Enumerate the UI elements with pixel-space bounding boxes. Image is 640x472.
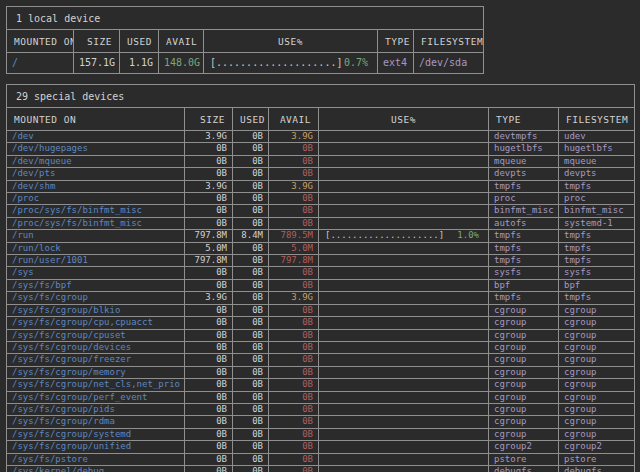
used-cell: 0B <box>233 131 269 143</box>
type-cell: cgroup <box>489 317 559 329</box>
mounted-on-cell: /dev/shm <box>7 180 185 192</box>
mounted-on-cell: /dev/hugepages <box>7 143 185 155</box>
size-cell: 0B <box>185 217 233 229</box>
mounted-on-cell: /sys/fs/cgroup/rdma <box>7 416 185 428</box>
type-cell: cgroup <box>489 304 559 316</box>
mounted-on-cell: /proc/sys/fs/binfmt_misc <box>7 205 185 217</box>
size-cell: 157.1G <box>74 53 120 74</box>
type-cell: tmpfs <box>489 180 559 192</box>
filesystem-cell: pstore <box>559 453 635 465</box>
avail-cell: 797.8M <box>269 255 319 267</box>
use-percent-cell <box>319 217 489 229</box>
used-cell: 0B <box>233 193 269 205</box>
use-percent-cell <box>319 441 489 453</box>
type-cell: cgroup <box>489 366 559 378</box>
avail-cell: 0B <box>269 341 319 353</box>
table-row: /sys/fs/cgroup/pids 0B 0B 0B cgroup cgro… <box>7 403 635 415</box>
used-cell: 0B <box>233 391 269 403</box>
filesystem-cell: tmpfs <box>559 230 635 242</box>
use-percent-cell <box>319 341 489 353</box>
table-row: /sys/fs/cgroup/blkio 0B 0B 0B cgroup cgr… <box>7 304 635 316</box>
type-cell: cgroup <box>489 379 559 391</box>
use-percent-cell <box>319 267 489 279</box>
mounted-on-cell: /sys/fs/cgroup/systemd <box>7 428 185 440</box>
type-cell: cgroup <box>489 416 559 428</box>
header-use-percent: USE% <box>319 108 489 131</box>
avail-cell: 0B <box>269 329 319 341</box>
header-mounted-on: MOUNTED ON <box>7 108 185 131</box>
type-cell: devpts <box>489 168 559 180</box>
type-cell: hugetlbfs <box>489 143 559 155</box>
type-cell: bpf <box>489 279 559 291</box>
used-cell: 0B <box>233 416 269 428</box>
table-row: /dev/shm 3.9G 0B 3.9G tmpfs tmpfs <box>7 180 635 192</box>
use-percent-cell <box>319 193 489 205</box>
table-row: /sys/fs/cgroup 3.9G 0B 3.9G tmpfs tmpfs <box>7 292 635 304</box>
header-avail: AVAIL <box>269 108 319 131</box>
use-percent-cell <box>319 168 489 180</box>
used-cell: 0B <box>233 279 269 291</box>
type-cell: cgroup2 <box>489 441 559 453</box>
avail-cell: 0B <box>269 465 319 472</box>
size-cell: 0B <box>185 391 233 403</box>
table-row: /sys/kernel/debug 0B 0B 0B debugfs debug… <box>7 465 635 472</box>
type-cell: proc <box>489 193 559 205</box>
avail-cell: 789.5M <box>269 230 319 242</box>
table-row: /sys/fs/pstore 0B 0B 0B pstore pstore <box>7 453 635 465</box>
special-devices-table: 29 special devices MOUNTED ON SIZE USED … <box>6 84 635 472</box>
filesystem-cell: cgroup <box>559 317 635 329</box>
table-row: /run/user/1001 797.8M 0B 797.8M tmpfs tm… <box>7 255 635 267</box>
filesystem-cell: tmpfs <box>559 180 635 192</box>
filesystem-cell: cgroup <box>559 329 635 341</box>
size-cell: 0B <box>185 143 233 155</box>
filesystem-cell: cgroup <box>559 354 635 366</box>
type-cell: tmpfs <box>489 242 559 254</box>
use-percent-cell <box>319 242 489 254</box>
filesystem-cell: mqueue <box>559 155 635 167</box>
mounted-on-cell: /sys/kernel/debug <box>7 465 185 472</box>
table-row: / 157.1G 1.1G 148.0G [..................… <box>7 53 484 74</box>
use-percent-cell <box>319 205 489 217</box>
usage-percent: 1.0% <box>457 230 479 241</box>
use-percent-cell <box>319 304 489 316</box>
header-type: TYPE <box>489 108 559 131</box>
use-percent-cell <box>319 292 489 304</box>
size-cell: 0B <box>185 267 233 279</box>
mounted-on-cell: /sys/fs/cgroup/unified <box>7 441 185 453</box>
used-cell: 0B <box>233 379 269 391</box>
size-cell: 0B <box>185 317 233 329</box>
size-cell: 0B <box>185 168 233 180</box>
avail-cell: 0B <box>269 416 319 428</box>
table-row: /dev/mqueue 0B 0B 0B mqueue mqueue <box>7 155 635 167</box>
mounted-on-cell: /run <box>7 230 185 242</box>
special-table-title-row: 29 special devices <box>7 85 635 108</box>
mounted-on-cell: /run/lock <box>7 242 185 254</box>
table-row: /sys/fs/cgroup/devices 0B 0B 0B cgroup c… <box>7 341 635 353</box>
table-row: /sys/fs/cgroup/cpu,cpuacct 0B 0B 0B cgro… <box>7 317 635 329</box>
filesystem-cell: binfmt_misc <box>559 205 635 217</box>
filesystem-cell: cgroup <box>559 304 635 316</box>
type-cell: cgroup <box>489 428 559 440</box>
filesystem-cell: cgroup <box>559 403 635 415</box>
avail-cell: 148.0G <box>159 53 204 74</box>
mounted-on-cell: /sys/fs/bpf <box>7 279 185 291</box>
type-cell: cgroup <box>489 391 559 403</box>
type-cell: cgroup <box>489 341 559 353</box>
use-percent-cell: [....................] 1.0% <box>319 230 489 242</box>
use-percent-cell <box>319 155 489 167</box>
used-cell: 0B <box>233 428 269 440</box>
usage-bar: [....................] <box>325 230 444 241</box>
size-cell: 0B <box>185 379 233 391</box>
mounted-on-cell: /sys/fs/cgroup/cpuset <box>7 329 185 341</box>
use-percent-cell <box>319 317 489 329</box>
size-cell: 0B <box>185 354 233 366</box>
used-cell: 0B <box>233 329 269 341</box>
type-cell: ext4 <box>378 53 414 74</box>
size-cell: 0B <box>185 205 233 217</box>
used-cell: 0B <box>233 255 269 267</box>
size-cell: 0B <box>185 403 233 415</box>
header-filesystem: FILESYSTEM <box>414 30 484 53</box>
header-size: SIZE <box>74 30 120 53</box>
avail-cell: 0B <box>269 403 319 415</box>
table-row: /run/lock 5.0M 0B 5.0M tmpfs tmpfs <box>7 242 635 254</box>
